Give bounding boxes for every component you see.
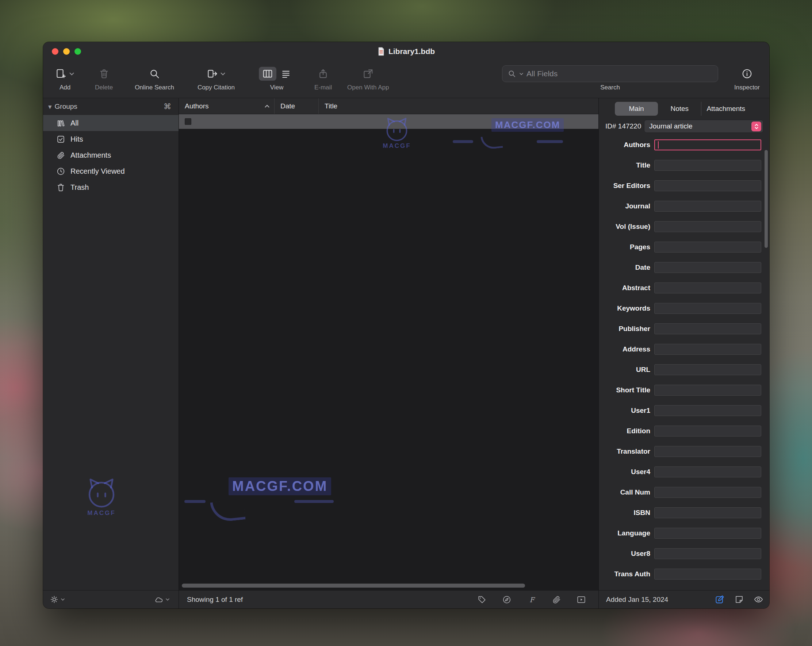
field-row-trans-auth: Trans Auth bbox=[599, 568, 761, 580]
trash-icon bbox=[99, 68, 110, 79]
titlebar: Library1.bdb bbox=[43, 42, 769, 61]
pages-field[interactable] bbox=[654, 242, 761, 253]
user4-field[interactable] bbox=[654, 466, 761, 477]
abstract-field[interactable] bbox=[654, 282, 761, 293]
date-field[interactable] bbox=[654, 262, 761, 273]
library-books-icon bbox=[56, 119, 66, 128]
column-header-authors[interactable]: Authors bbox=[179, 98, 275, 114]
eye-icon[interactable] bbox=[754, 594, 763, 604]
statusbar-inspector-section: Added Jan 15, 2024 bbox=[598, 591, 769, 608]
copy-citation-label: Copy Citation bbox=[197, 84, 235, 91]
open-with-app-label: Open With App bbox=[347, 84, 389, 91]
reference-row-selected[interactable] bbox=[179, 114, 598, 129]
play-preview-icon[interactable] bbox=[577, 595, 586, 604]
user8-field[interactable] bbox=[654, 548, 761, 559]
list-view-button[interactable] bbox=[277, 67, 295, 81]
column-header-date[interactable]: Date bbox=[275, 98, 319, 114]
field-row-edition: Edition bbox=[599, 425, 761, 437]
tab-notes[interactable]: Notes bbox=[658, 102, 701, 116]
add-label: Add bbox=[60, 84, 70, 91]
open-external-icon bbox=[363, 68, 374, 79]
field-row-user8: User8 bbox=[599, 548, 761, 559]
sidebar-item-attachments[interactable]: Attachments bbox=[43, 147, 179, 163]
language-field[interactable] bbox=[654, 528, 761, 539]
user1-field[interactable] bbox=[654, 405, 761, 416]
window-controls bbox=[43, 48, 81, 55]
chevron-down-icon bbox=[165, 598, 170, 601]
clock-icon bbox=[56, 167, 66, 176]
url-field[interactable] bbox=[654, 364, 761, 375]
list-column-headers: Authors Date Title bbox=[179, 98, 598, 114]
search-icon bbox=[508, 69, 516, 78]
delete-button[interactable]: Delete bbox=[95, 66, 113, 91]
statusbar-list-section: Showing 1 of 1 ref F bbox=[179, 591, 598, 608]
trans-auth-field[interactable] bbox=[654, 568, 761, 580]
journal-field[interactable] bbox=[654, 201, 761, 212]
sidebar-item-label: Recently Viewed bbox=[70, 167, 125, 175]
address-field[interactable] bbox=[654, 344, 761, 355]
svg-text:F: F bbox=[530, 596, 536, 603]
tag-icon[interactable] bbox=[477, 595, 487, 604]
disclosure-triangle-icon[interactable]: ▾ bbox=[48, 102, 52, 111]
edition-field[interactable] bbox=[654, 425, 761, 437]
chevron-down-icon bbox=[69, 72, 75, 76]
ser-editors-field[interactable] bbox=[654, 180, 761, 191]
title-field[interactable] bbox=[654, 160, 761, 171]
tab-attachments[interactable]: Attachments bbox=[701, 102, 750, 116]
sidebar-item-all[interactable]: All bbox=[43, 115, 179, 131]
tab-main[interactable]: Main bbox=[615, 102, 658, 116]
column-view-button[interactable] bbox=[259, 67, 276, 81]
groups-header[interactable]: ▾ Groups ⌘ bbox=[43, 98, 179, 115]
vertical-scrollbar[interactable] bbox=[765, 150, 768, 248]
minimize-button[interactable] bbox=[63, 48, 70, 55]
isbn-field[interactable] bbox=[654, 507, 761, 518]
authors-field[interactable] bbox=[654, 139, 761, 150]
column-header-title[interactable]: Title bbox=[319, 98, 598, 114]
call-num-field[interactable] bbox=[654, 487, 761, 498]
open-with-app-button[interactable]: Open With App bbox=[347, 66, 389, 91]
vol-issue-field[interactable] bbox=[654, 221, 761, 232]
search-input[interactable]: All Fields bbox=[502, 66, 718, 82]
publication-type-popup[interactable]: Journal article bbox=[644, 120, 763, 133]
document-icon bbox=[377, 47, 385, 56]
popup-stepper-icon bbox=[751, 122, 761, 131]
short-title-field[interactable] bbox=[654, 385, 761, 396]
scrollbar-thumb[interactable] bbox=[182, 584, 525, 588]
zoom-button[interactable] bbox=[75, 48, 81, 55]
field-row-ser-editors: Ser Editors bbox=[599, 180, 761, 191]
row-file-checkbox[interactable] bbox=[185, 118, 191, 125]
sidebar-item-trash[interactable]: Trash bbox=[43, 179, 179, 195]
paperclip-icon[interactable] bbox=[552, 595, 561, 604]
sidebar-item-hits[interactable]: Hits bbox=[43, 131, 179, 147]
compass-icon[interactable] bbox=[502, 595, 511, 604]
add-publication-icon bbox=[55, 68, 66, 79]
edit-pencil-icon[interactable] bbox=[715, 594, 725, 604]
email-button[interactable]: E-mail bbox=[314, 66, 332, 91]
field-row-publisher: Publisher bbox=[599, 323, 761, 334]
field-row-isbn: ISBN bbox=[599, 507, 761, 518]
format-f-icon[interactable]: F bbox=[527, 595, 536, 604]
chevron-down-icon bbox=[61, 598, 65, 601]
note-icon[interactable] bbox=[734, 594, 744, 604]
sidebar-item-recently-viewed[interactable]: Recently Viewed bbox=[43, 163, 179, 179]
field-row-address: Address bbox=[599, 344, 761, 355]
add-button[interactable]: Add bbox=[55, 66, 75, 91]
online-search-button[interactable]: Online Search bbox=[135, 66, 174, 91]
inspector-button[interactable]: Inspector bbox=[734, 66, 760, 91]
toolbar: Add Delete Online Search Copy Citation bbox=[43, 61, 769, 98]
field-row-url: URL bbox=[599, 364, 761, 375]
main-content: ▾ Groups ⌘ All Hits Attachments Recently… bbox=[43, 98, 769, 590]
copy-citation-button[interactable]: Copy Citation bbox=[197, 66, 235, 91]
horizontal-scrollbar[interactable] bbox=[182, 584, 595, 588]
close-button[interactable] bbox=[52, 48, 58, 55]
group-action-button[interactable] bbox=[50, 595, 65, 604]
search-label: Search bbox=[600, 84, 620, 91]
window-title-group: Library1.bdb bbox=[43, 47, 769, 56]
field-list: Authors Title Ser Editors Journal Vol (I… bbox=[599, 137, 769, 590]
field-row-user4: User4 bbox=[599, 466, 761, 477]
field-row-short-title: Short Title bbox=[599, 385, 761, 396]
cloud-sync-button[interactable] bbox=[154, 595, 170, 604]
publisher-field[interactable] bbox=[654, 323, 761, 334]
translator-field[interactable] bbox=[654, 446, 761, 457]
keywords-field[interactable] bbox=[654, 303, 761, 314]
